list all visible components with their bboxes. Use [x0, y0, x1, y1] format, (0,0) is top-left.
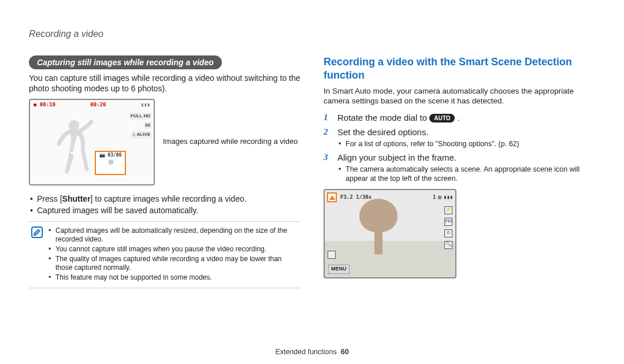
page-footer: Extended functions 60 [0, 348, 624, 356]
page-columns: Capturing still images while recording a… [29, 55, 595, 288]
thumb-counter: 📷 03/06 [96, 152, 125, 158]
step-number: 1 [324, 112, 332, 124]
scene-icon [327, 192, 337, 202]
note-item: Captured images will be automatically re… [49, 226, 298, 244]
page-title: Recording a video [29, 29, 595, 39]
battery-icon: ▮▮▮ [444, 194, 453, 201]
left-bullets: Press [Shutter] to capture images while … [29, 194, 300, 216]
battery-icon: ▮▮▮ [141, 102, 150, 109]
note-item: You cannot capture still images when you… [49, 245, 298, 254]
screen-right-badges: FULL HD 30 ♫ ALIVE [129, 113, 151, 139]
left-intro: You can capture still images while recor… [29, 73, 300, 94]
step-2: 2 Set the desired options. For a list of… [324, 127, 595, 148]
footer-section: Extended functions [275, 348, 336, 356]
left-column: Capturing still images while recording a… [29, 55, 300, 288]
remain-time: 00:20 [90, 102, 106, 109]
note-icon [31, 226, 43, 238]
badge-res: FULL HD [129, 113, 151, 120]
disp-icon [328, 251, 336, 259]
step-number: 2 [324, 127, 332, 148]
rec-time: ● 00:10 [34, 102, 55, 109]
right-column: Recording a video with the Smart Scene D… [324, 55, 595, 288]
size-icon: FH [444, 218, 452, 226]
step-number: 3 [324, 152, 332, 183]
screen-and-caption: ● 00:10 00:20 ▮▮▮ FULL HD 30 ♫ ALIVE [29, 99, 300, 185]
flash-icon: ⚡ [444, 206, 452, 214]
capture-thumbnail: 📷 03/06 [95, 151, 126, 175]
menu-tag: MENU [328, 265, 350, 274]
note-item: This feature may not be supported in som… [49, 273, 298, 282]
note-box: Captured images will be automatically re… [29, 221, 300, 288]
zoom-icon: 🔍 [444, 241, 452, 249]
right-intro: In Smart Auto mode, your camera automati… [324, 86, 595, 106]
step-3: 3 Align your subject in the frame. The c… [324, 152, 595, 183]
badge-sound: ♫ ALIVE [131, 131, 151, 138]
counter: 1 [433, 194, 436, 201]
section-pill: Capturing still images while recording a… [29, 55, 222, 69]
badge-fps: 30 [144, 122, 151, 129]
steps-list: 1 Rotate the mode dial to AUTO . 2 Set t… [324, 112, 595, 183]
card-icon: ▥ [438, 194, 441, 201]
screen-caption: Images captured while recording a video [163, 137, 298, 147]
bullet-shutter: Press [Shutter] to capture images while … [29, 194, 300, 204]
step-text: Set the desired options. [337, 127, 595, 138]
step-sub: For a list of options, refer to "Shootin… [337, 139, 595, 148]
camera-screen-smartauto: F3.2 1/30s 1 ▥ ▮▮▮ ⚡ FH ☺ 🔍 MENU [324, 189, 456, 278]
exposure-text: F3.2 1/30s [340, 194, 372, 201]
auto-pill-icon: AUTO [429, 114, 455, 122]
footer-page: 60 [341, 348, 349, 356]
right-heading: Recording a video with the Smart Scene D… [324, 55, 595, 83]
step-sub: The camera automatically selects a scene… [337, 165, 595, 184]
step-text-post: . [458, 113, 460, 122]
svg-point-0 [69, 120, 79, 131]
bullet-saved: Captured images will be saved automatica… [29, 205, 300, 216]
camera-screen-recording: ● 00:10 00:20 ▮▮▮ FULL HD 30 ♫ ALIVE [29, 99, 155, 185]
step-text: Rotate the mode dial to [337, 113, 429, 122]
screen2-side-icons: ⚡ FH ☺ 🔍 [444, 206, 452, 249]
tree-trunk-icon [374, 225, 382, 254]
note-item: The quality of images captured while rec… [49, 255, 298, 272]
step-1: 1 Rotate the mode dial to AUTO . [324, 112, 595, 124]
step-text: Align your subject in the frame. [337, 152, 595, 164]
face-icon: ☺ [444, 229, 452, 237]
note-list: Captured images will be automatically re… [49, 226, 298, 283]
